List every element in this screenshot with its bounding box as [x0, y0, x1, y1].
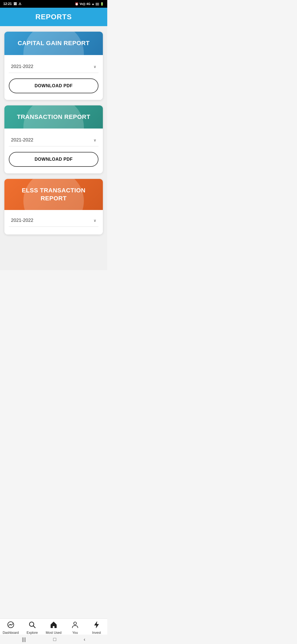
capital-gain-body: 2021-2022 ∨ DOWNLOAD PDF: [4, 55, 103, 100]
page-header: REPORTS: [0, 8, 107, 26]
transaction-year-dropdown[interactable]: 2021-2022 ∨: [9, 134, 98, 146]
capital-gain-year: 2021-2022: [11, 64, 33, 69]
elss-body-partial: 2021-2022 ∨: [4, 210, 103, 234]
chevron-down-icon: ∨: [94, 64, 96, 69]
network-4g: 4G: [86, 2, 90, 6]
transaction-download-button[interactable]: DOWNLOAD PDF: [9, 152, 98, 167]
status-bar: 12:21 🖼 ⚠ ⏰ Vo)) 4G ▲ |||| 🔋: [0, 0, 107, 8]
transaction-body: 2021-2022 ∨ DOWNLOAD PDF: [4, 129, 103, 173]
battery-icon: 🔋: [100, 2, 104, 6]
transaction-title: TRANSACTION REPORT: [10, 113, 97, 121]
signal-icon: ▲: [92, 2, 95, 6]
transaction-year: 2021-2022: [11, 137, 33, 143]
photo-icon: 🖼: [13, 2, 17, 6]
main-content: CAPITAL GAIN REPORT 2021-2022 ∨ DOWNLOAD…: [0, 26, 107, 270]
vol-indicator: Vo)): [80, 2, 86, 6]
status-right: ⏰ Vo)) 4G ▲ |||| 🔋: [75, 2, 104, 6]
page-title: REPORTS: [4, 13, 103, 21]
elss-title: ELSS TRANSACTION REPORT: [10, 187, 97, 202]
capital-gain-header: CAPITAL GAIN REPORT: [4, 32, 103, 55]
elss-year-dropdown[interactable]: 2021-2022 ∨: [9, 214, 98, 227]
chevron-down-icon-2: ∨: [94, 138, 96, 142]
capital-gain-year-dropdown[interactable]: 2021-2022 ∨: [9, 61, 98, 73]
capital-gain-title: CAPITAL GAIN REPORT: [10, 39, 97, 47]
chevron-down-icon-3: ∨: [94, 218, 96, 223]
capital-gain-download-button[interactable]: DOWNLOAD PDF: [9, 78, 98, 93]
transaction-report-card: TRANSACTION REPORT 2021-2022 ∨ DOWNLOAD …: [4, 105, 103, 174]
time-display: 12:21: [3, 2, 12, 6]
elss-year: 2021-2022: [11, 218, 33, 223]
transaction-header: TRANSACTION REPORT: [4, 105, 103, 129]
signal-bars: ||||: [96, 2, 99, 6]
alarm-icon: ⏰: [75, 2, 79, 6]
capital-gain-report-card: CAPITAL GAIN REPORT 2021-2022 ∨ DOWNLOAD…: [4, 32, 103, 100]
status-left: 12:21 🖼 ⚠: [3, 2, 21, 6]
elss-report-card: ELSS TRANSACTION REPORT 2021-2022 ∨: [4, 179, 103, 234]
elss-header: ELSS TRANSACTION REPORT: [4, 179, 103, 210]
warning-icon: ⚠: [18, 2, 21, 6]
